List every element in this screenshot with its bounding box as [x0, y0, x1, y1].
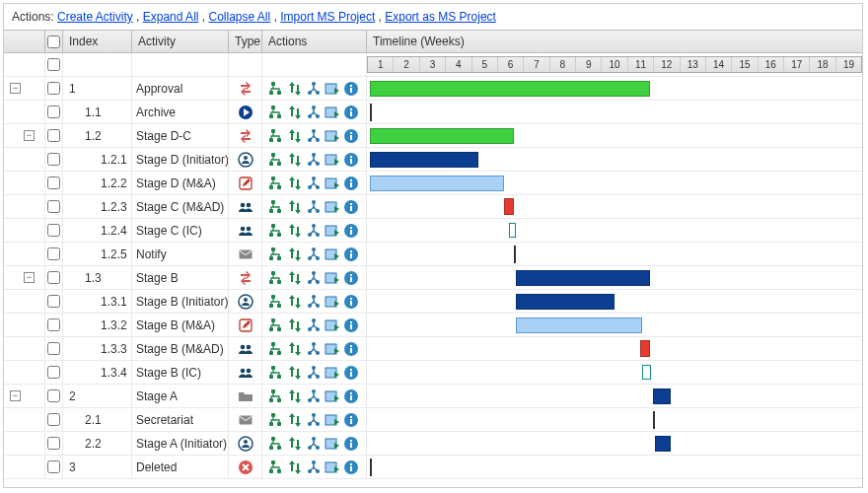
reorder-icon[interactable]: [287, 294, 303, 310]
export-icon[interactable]: [325, 152, 340, 168]
dependencies-icon[interactable]: [306, 388, 322, 404]
gantt-bar[interactable]: [516, 317, 642, 333]
info-icon[interactable]: [343, 81, 359, 97]
dependencies-icon[interactable]: [306, 246, 322, 262]
row-checkbox[interactable]: [47, 153, 60, 166]
info-icon[interactable]: [343, 294, 359, 310]
info-icon[interactable]: [343, 199, 359, 215]
info-icon[interactable]: [343, 105, 359, 120]
gantt-bar[interactable]: [509, 223, 517, 238]
subitems-icon[interactable]: [268, 459, 284, 475]
reorder-icon[interactable]: [287, 317, 303, 333]
dependencies-icon[interactable]: [306, 459, 322, 475]
reorder-icon[interactable]: [287, 270, 303, 286]
gantt-bar[interactable]: [642, 365, 651, 380]
reorder-icon[interactable]: [287, 365, 303, 381]
row-checkbox[interactable]: [47, 366, 60, 379]
export-icon[interactable]: [325, 81, 340, 97]
export-icon[interactable]: [325, 388, 340, 404]
dependencies-icon[interactable]: [306, 317, 322, 333]
subitems-icon[interactable]: [268, 388, 284, 404]
gantt-bar[interactable]: [516, 270, 650, 286]
dependencies-icon[interactable]: [306, 294, 322, 310]
reorder-icon[interactable]: [287, 81, 303, 97]
collapse-toggle[interactable]: −: [24, 272, 35, 283]
export-icon[interactable]: [325, 270, 340, 286]
row-checkbox[interactable]: [47, 224, 60, 237]
reorder-icon[interactable]: [287, 199, 303, 215]
collapse-toggle[interactable]: −: [10, 83, 21, 94]
reorder-icon[interactable]: [287, 341, 303, 357]
row-checkbox[interactable]: [47, 318, 60, 331]
export-icon[interactable]: [325, 412, 340, 428]
dependencies-icon[interactable]: [306, 128, 322, 144]
row-checkbox[interactable]: [47, 437, 60, 450]
link-create-activity[interactable]: Create Activity: [57, 10, 133, 24]
export-icon[interactable]: [325, 294, 340, 310]
link-expand-all[interactable]: Expand All: [143, 10, 199, 24]
info-icon[interactable]: [343, 128, 359, 144]
dependencies-icon[interactable]: [306, 223, 322, 239]
collapse-toggle[interactable]: −: [24, 130, 35, 141]
link-collapse-all[interactable]: Collapse All: [208, 10, 270, 24]
row-checkbox[interactable]: [47, 247, 60, 260]
subitems-icon[interactable]: [268, 246, 284, 262]
reorder-icon[interactable]: [287, 223, 303, 239]
subitems-icon[interactable]: [268, 294, 284, 310]
dependencies-icon[interactable]: [306, 105, 322, 120]
row-checkbox[interactable]: [47, 295, 60, 308]
row-checkbox[interactable]: [47, 176, 60, 189]
reorder-icon[interactable]: [287, 459, 303, 475]
row-checkbox[interactable]: [47, 106, 60, 118]
subitems-icon[interactable]: [268, 341, 284, 357]
reorder-icon[interactable]: [287, 436, 303, 452]
info-icon[interactable]: [343, 176, 359, 191]
gantt-bar[interactable]: [653, 388, 671, 404]
gantt-bar[interactable]: [370, 128, 514, 144]
reorder-icon[interactable]: [287, 412, 303, 428]
dependencies-icon[interactable]: [306, 176, 322, 191]
info-icon[interactable]: [343, 223, 359, 239]
info-icon[interactable]: [343, 365, 359, 381]
reorder-icon[interactable]: [287, 176, 303, 191]
export-icon[interactable]: [325, 341, 340, 357]
info-icon[interactable]: [343, 317, 359, 333]
info-icon[interactable]: [343, 270, 359, 286]
info-icon[interactable]: [343, 341, 359, 357]
row-checkbox[interactable]: [47, 200, 60, 213]
row-checkbox[interactable]: [47, 460, 60, 473]
dependencies-icon[interactable]: [306, 341, 322, 357]
subitems-icon[interactable]: [268, 436, 284, 452]
subitems-icon[interactable]: [268, 105, 284, 120]
info-icon[interactable]: [343, 388, 359, 404]
gantt-bar[interactable]: [370, 176, 504, 191]
info-icon[interactable]: [343, 152, 359, 168]
gantt-bar[interactable]: [514, 246, 516, 263]
gantt-bar[interactable]: [370, 81, 650, 97]
dependencies-icon[interactable]: [306, 199, 322, 215]
row-checkbox[interactable]: [47, 129, 60, 142]
dependencies-icon[interactable]: [306, 365, 322, 381]
info-icon[interactable]: [343, 459, 359, 475]
export-icon[interactable]: [325, 459, 340, 475]
link-export-ms-project[interactable]: Export as MS Project: [385, 10, 496, 24]
subitems-icon[interactable]: [268, 270, 284, 286]
gantt-bar[interactable]: [504, 198, 514, 215]
gantt-bar[interactable]: [655, 436, 670, 452]
row-checkbox[interactable]: [47, 271, 60, 284]
row-checkbox[interactable]: [47, 389, 60, 402]
dependencies-icon[interactable]: [306, 270, 322, 286]
export-icon[interactable]: [325, 246, 340, 262]
export-icon[interactable]: [325, 105, 340, 120]
export-icon[interactable]: [325, 128, 340, 144]
subitems-icon[interactable]: [268, 81, 284, 97]
export-icon[interactable]: [325, 365, 340, 381]
gantt-bar[interactable]: [640, 340, 650, 357]
export-icon[interactable]: [325, 223, 340, 239]
gantt-bar[interactable]: [370, 458, 372, 476]
subitems-icon[interactable]: [268, 176, 284, 191]
info-icon[interactable]: [343, 436, 359, 452]
collapse-toggle[interactable]: −: [10, 390, 21, 401]
subitems-icon[interactable]: [268, 152, 284, 168]
gantt-bar[interactable]: [653, 411, 655, 429]
